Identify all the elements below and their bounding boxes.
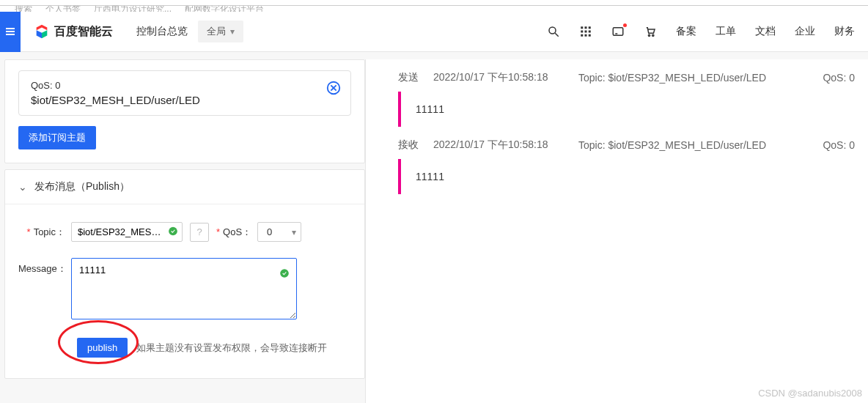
message-qos: QoS: 0 xyxy=(811,139,855,151)
chevron-down-icon: ⌄ xyxy=(18,181,27,193)
topic-input[interactable] xyxy=(71,222,183,242)
svg-point-21 xyxy=(280,269,289,278)
publish-panel-header[interactable]: ⌄ 发布消息（Publish） xyxy=(5,170,364,204)
subscribe-panel: QoS: 0 $iot/ESP32_MESH_LED/user/LED 添加订阅… xyxy=(4,59,365,163)
message-entry: 发送 2022/10/17 下午10:58:18 Topic: $iot/ESP… xyxy=(398,71,855,127)
publish-form: Topic： ? QoS： 0 ▾ Message： xyxy=(5,204,364,378)
logo-icon xyxy=(34,23,50,40)
message-direction: 接收 xyxy=(398,138,420,152)
nav-right: 备案 工单 文档 企业 财务 xyxy=(547,25,868,38)
console-overview-link[interactable]: 控制台总览 xyxy=(126,25,198,38)
nav-link-beian[interactable]: 备案 xyxy=(676,25,696,38)
qos-label: QoS： xyxy=(216,226,257,239)
publish-panel-title: 发布消息（Publish） xyxy=(34,180,130,193)
watermark: CSDN @sadanubis2008 xyxy=(758,388,862,399)
topic-label: Topic： xyxy=(18,226,71,239)
bookmark-item[interactable]: 厅西电力设计研究... xyxy=(94,6,172,12)
chevron-down-icon: ▾ xyxy=(292,227,296,237)
svg-rect-6 xyxy=(585,26,587,29)
svg-rect-11 xyxy=(581,34,583,37)
message-qos: QoS: 0 xyxy=(811,72,855,84)
add-subscription-button[interactable]: 添加订阅主题 xyxy=(18,126,96,149)
svg-rect-9 xyxy=(585,31,587,33)
subscription-topic: $iot/ESP32_MESH_LED/user/LED xyxy=(31,94,339,106)
search-icon[interactable] xyxy=(547,25,560,38)
svg-rect-12 xyxy=(585,34,587,37)
svg-rect-10 xyxy=(589,31,591,33)
message-textarea[interactable] xyxy=(71,258,297,319)
chevron-down-icon: ▾ xyxy=(230,26,235,37)
nav-link-ticket[interactable]: 工单 xyxy=(716,25,736,38)
nav-link-docs[interactable]: 文档 xyxy=(755,25,776,38)
message-icon[interactable] xyxy=(611,25,625,38)
svg-rect-5 xyxy=(581,26,583,29)
message-body: 11111 xyxy=(398,159,855,194)
svg-point-3 xyxy=(549,27,556,34)
global-dropdown-label: 全局 xyxy=(207,25,226,38)
browser-tabs-stub xyxy=(0,0,868,6)
bookmark-item[interactable]: 搜索 xyxy=(15,6,32,12)
message-topic: Topic: $iot/ESP32_MESH_LED/user/LED xyxy=(578,139,798,151)
svg-rect-13 xyxy=(589,34,591,37)
topic-help-button[interactable]: ? xyxy=(190,223,209,242)
check-icon xyxy=(279,268,290,281)
message-label: Message： xyxy=(18,262,71,276)
message-time: 2022/10/17 下午10:58:18 xyxy=(433,71,565,84)
bookmarks-bar: 搜索 个人书签 厅西电力设计研究... 配网数字化设计平台 xyxy=(0,6,868,12)
svg-rect-8 xyxy=(581,31,583,33)
top-bar: 百度智能云 控制台总览 全局 ▾ 备案 工单 文档 企业 财务 xyxy=(0,12,868,52)
publish-button[interactable]: publish xyxy=(77,338,128,358)
bookmark-item[interactable]: 配网数字化设计平台 xyxy=(185,6,264,12)
logo-text: 百度智能云 xyxy=(54,24,113,40)
publish-hint: 如果主题没有设置发布权限，会导致连接断开 xyxy=(136,341,327,355)
message-direction: 发送 xyxy=(398,71,420,84)
content: QoS: 0 $iot/ESP32_MESH_LED/user/LED 添加订阅… xyxy=(0,52,868,403)
left-pane: QoS: 0 $iot/ESP32_MESH_LED/user/LED 添加订阅… xyxy=(0,59,365,403)
hamburger-menu[interactable] xyxy=(0,12,21,52)
apps-grid-icon[interactable] xyxy=(579,25,592,38)
messages-pane: 发送 2022/10/17 下午10:58:18 Topic: $iot/ESP… xyxy=(365,59,868,403)
publish-panel: ⌄ 发布消息（Publish） Topic： ? QoS： 0 ▾ xyxy=(4,169,365,379)
cart-icon[interactable] xyxy=(644,25,657,38)
nav-link-finance[interactable]: 财务 xyxy=(834,25,855,38)
svg-rect-7 xyxy=(589,26,591,29)
global-dropdown[interactable]: 全局 ▾ xyxy=(198,21,243,42)
svg-rect-14 xyxy=(613,28,623,36)
message-body: 11111 xyxy=(398,92,855,127)
remove-subscription-button[interactable] xyxy=(326,80,342,98)
subscription-qos: QoS: 0 xyxy=(31,80,339,91)
bookmark-item[interactable]: 个人书签 xyxy=(45,6,81,12)
check-icon xyxy=(168,226,178,238)
svg-point-15 xyxy=(648,34,650,36)
svg-line-4 xyxy=(555,33,559,37)
svg-point-16 xyxy=(652,34,654,36)
message-entry: 接收 2022/10/17 下午10:58:18 Topic: $iot/ESP… xyxy=(398,138,855,194)
message-topic: Topic: $iot/ESP32_MESH_LED/user/LED xyxy=(578,72,798,84)
subscription-card: QoS: 0 $iot/ESP32_MESH_LED/user/LED xyxy=(18,70,351,116)
qos-select[interactable]: 0 ▾ xyxy=(257,222,301,242)
svg-point-20 xyxy=(169,226,177,235)
qos-select-value: 0 xyxy=(267,226,272,237)
message-time: 2022/10/17 下午10:58:18 xyxy=(433,138,565,152)
nav-link-enterprise[interactable]: 企业 xyxy=(795,25,815,38)
logo[interactable]: 百度智能云 xyxy=(21,23,126,40)
